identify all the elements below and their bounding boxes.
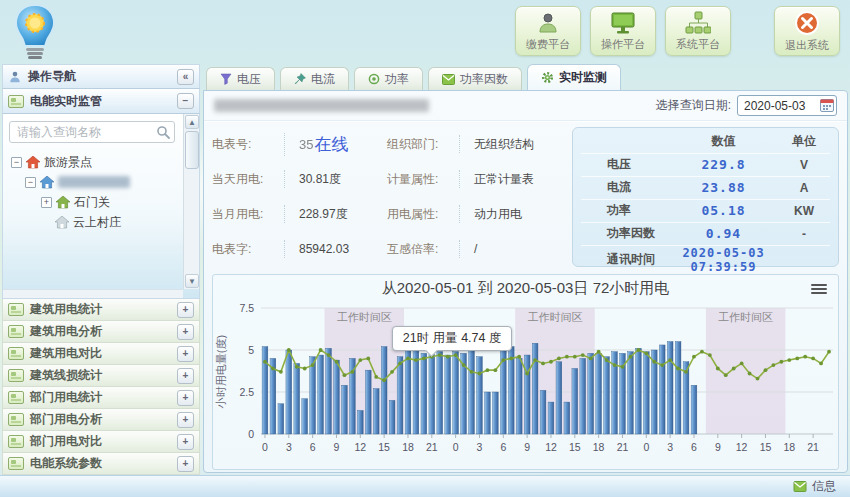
- expand-button[interactable]: +: [177, 434, 194, 450]
- hour-bar[interactable]: [357, 410, 363, 434]
- tab-realtime-monitor[interactable]: 实时监测: [527, 64, 621, 90]
- hour-bar[interactable]: [326, 348, 332, 434]
- hour-bar[interactable]: [421, 353, 427, 434]
- line-marker[interactable]: [803, 355, 807, 359]
- line-marker[interactable]: [652, 360, 656, 364]
- hour-bar[interactable]: [524, 355, 530, 434]
- line-marker[interactable]: [819, 362, 823, 366]
- expand-button[interactable]: +: [177, 368, 194, 384]
- system-platform-button[interactable]: 系统平台: [665, 6, 731, 56]
- hour-bar[interactable]: [262, 347, 268, 434]
- line-marker[interactable]: [772, 363, 776, 367]
- expand-button[interactable]: +: [177, 324, 194, 340]
- sidebar-collapse-button[interactable]: «: [177, 69, 194, 85]
- hour-bar[interactable]: [397, 357, 403, 434]
- line-marker[interactable]: [374, 375, 378, 379]
- line-marker[interactable]: [795, 357, 799, 361]
- line-marker[interactable]: [684, 370, 688, 374]
- line-marker[interactable]: [382, 378, 386, 382]
- hour-bar[interactable]: [596, 353, 602, 434]
- tree-node-redacted[interactable]: −: [25, 172, 177, 192]
- line-marker[interactable]: [597, 350, 601, 354]
- sidebar-item-building-line-loss[interactable]: 建筑线损统计 +: [2, 365, 200, 387]
- line-marker[interactable]: [716, 367, 720, 371]
- line-marker[interactable]: [779, 360, 783, 364]
- line-marker[interactable]: [501, 358, 505, 362]
- search-icon[interactable]: [156, 125, 170, 139]
- message-envelope-icon[interactable]: [793, 481, 807, 492]
- hour-bar[interactable]: [580, 358, 586, 434]
- tree-node-yunshangcunzhuang[interactable]: 云上村庄: [55, 212, 177, 232]
- collapse-box-icon[interactable]: −: [25, 177, 36, 188]
- line-marker[interactable]: [756, 377, 760, 381]
- line-marker[interactable]: [541, 362, 545, 366]
- expand-box-icon[interactable]: +: [41, 197, 52, 208]
- hour-bar[interactable]: [540, 390, 546, 434]
- line-marker[interactable]: [311, 363, 315, 367]
- hour-bar[interactable]: [334, 360, 340, 434]
- line-marker[interactable]: [708, 353, 712, 357]
- sidebar-item-building-usage-compare[interactable]: 建筑用电对比 +: [2, 343, 200, 365]
- line-marker[interactable]: [414, 358, 418, 362]
- hour-bar[interactable]: [588, 353, 594, 434]
- tree-vertical-scrollbar[interactable]: ▲ ▼: [183, 114, 199, 289]
- expand-button[interactable]: +: [177, 390, 194, 406]
- hour-bar[interactable]: [365, 370, 371, 434]
- hour-bar[interactable]: [318, 355, 324, 434]
- tab-power-factor[interactable]: 功率因数: [428, 67, 522, 90]
- tree-node-shimenguan[interactable]: + 石门关: [41, 192, 177, 212]
- calendar-icon[interactable]: [820, 98, 834, 112]
- line-marker[interactable]: [343, 373, 347, 377]
- hour-bar[interactable]: [310, 357, 316, 434]
- message-label[interactable]: 信息: [812, 478, 836, 495]
- scroll-up-icon[interactable]: ▲: [185, 115, 199, 129]
- hour-bar[interactable]: [635, 348, 641, 434]
- line-marker[interactable]: [303, 367, 307, 371]
- payment-platform-button[interactable]: 缴费平台: [515, 6, 581, 56]
- line-marker[interactable]: [454, 353, 458, 357]
- line-marker[interactable]: [629, 355, 633, 359]
- hour-bar[interactable]: [342, 385, 348, 434]
- expand-button[interactable]: +: [177, 412, 194, 428]
- line-marker[interactable]: [406, 357, 410, 361]
- operation-platform-button[interactable]: 操作平台: [590, 6, 656, 56]
- line-marker[interactable]: [462, 363, 466, 367]
- line-marker[interactable]: [581, 353, 585, 357]
- hour-bar[interactable]: [667, 342, 673, 434]
- scroll-down-icon[interactable]: ▼: [185, 274, 199, 288]
- section-header-realtime[interactable]: 电能实时监管 −: [2, 89, 200, 114]
- line-marker[interactable]: [509, 357, 513, 361]
- line-marker[interactable]: [811, 357, 815, 361]
- hour-bar[interactable]: [628, 352, 634, 434]
- line-marker[interactable]: [390, 370, 394, 374]
- hour-bar[interactable]: [413, 350, 419, 434]
- line-marker[interactable]: [350, 370, 354, 374]
- line-marker[interactable]: [700, 350, 704, 354]
- line-marker[interactable]: [573, 355, 577, 359]
- line-marker[interactable]: [358, 358, 362, 362]
- line-marker[interactable]: [724, 373, 728, 377]
- hour-bar[interactable]: [532, 343, 538, 434]
- hour-bar[interactable]: [564, 402, 570, 434]
- line-marker[interactable]: [748, 372, 752, 376]
- line-marker[interactable]: [478, 372, 482, 376]
- line-marker[interactable]: [565, 355, 569, 359]
- line-marker[interactable]: [287, 348, 291, 352]
- tab-voltage[interactable]: 电压: [206, 67, 275, 90]
- sidebar-item-system-params[interactable]: 电能系统参数 +: [2, 453, 200, 475]
- hour-bar[interactable]: [429, 354, 435, 434]
- line-marker[interactable]: [557, 357, 561, 361]
- hour-bar[interactable]: [572, 368, 578, 434]
- hour-bar[interactable]: [437, 352, 443, 434]
- chart-menu-icon[interactable]: [808, 280, 830, 297]
- hour-bar[interactable]: [294, 363, 300, 434]
- hour-bar[interactable]: [477, 357, 483, 434]
- line-marker[interactable]: [740, 362, 744, 366]
- line-marker[interactable]: [589, 357, 593, 361]
- hour-bar[interactable]: [548, 402, 554, 434]
- expand-button[interactable]: +: [177, 346, 194, 362]
- tree-horizontal-scrollbar[interactable]: [3, 289, 183, 298]
- tab-current[interactable]: 电流: [280, 67, 349, 90]
- sidebar-item-dept-usage-compare[interactable]: 部门用电对比 +: [2, 431, 200, 453]
- hour-bar[interactable]: [659, 345, 665, 434]
